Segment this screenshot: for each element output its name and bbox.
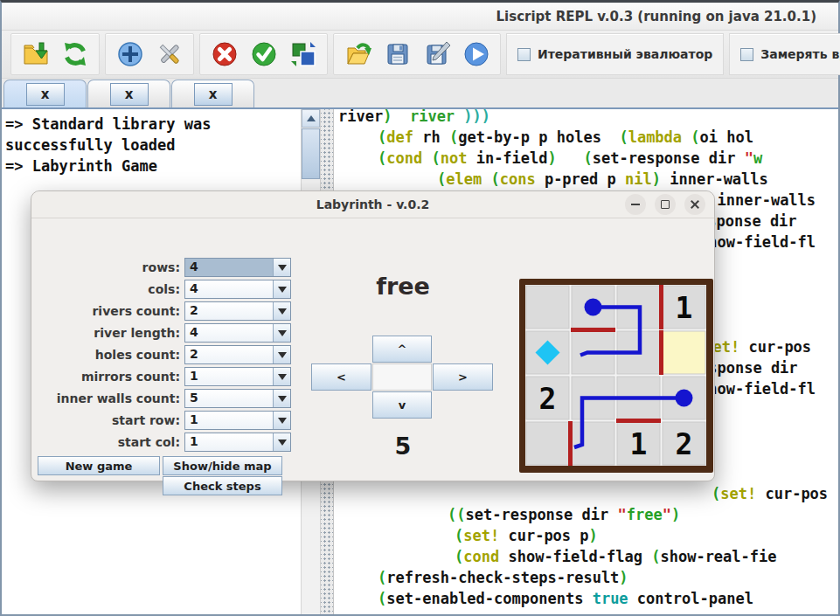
toolbar-group-edit bbox=[105, 33, 194, 75]
code-line: river) river ))) bbox=[338, 109, 838, 127]
tab-1-close-button[interactable]: x bbox=[26, 83, 65, 106]
toolbar-group-eval bbox=[199, 33, 328, 75]
tab-1[interactable]: x bbox=[3, 80, 87, 107]
dialog-title: Labyrinth - v.0.2 bbox=[316, 197, 430, 211]
swap-panels-icon bbox=[289, 40, 317, 68]
chevron-down-icon[interactable] bbox=[273, 302, 290, 320]
chevron-down-icon[interactable] bbox=[273, 390, 290, 407]
chevron-down-icon[interactable] bbox=[273, 412, 290, 429]
svg-text:2: 2 bbox=[676, 427, 693, 461]
tab-2[interactable]: x bbox=[87, 80, 170, 107]
tools-button[interactable] bbox=[149, 35, 189, 73]
move-down-button[interactable]: v bbox=[372, 391, 432, 419]
holes-count-combobox[interactable]: 2 bbox=[184, 345, 291, 364]
svg-text:2: 2 bbox=[539, 382, 557, 416]
field-label-inner-walls-count: inner walls count: bbox=[36, 389, 180, 408]
maximize-icon bbox=[661, 200, 670, 209]
steps-count-label: 5 bbox=[311, 433, 495, 460]
move-right-button[interactable]: > bbox=[433, 363, 493, 391]
swap-panels-button[interactable] bbox=[283, 35, 323, 73]
inner-walls-count-combobox[interactable]: 5 bbox=[184, 389, 291, 408]
check-steps-button[interactable]: Check steps bbox=[163, 476, 282, 495]
mirrors-count-value: 1 bbox=[185, 368, 273, 385]
load-folder-button[interactable] bbox=[16, 35, 55, 73]
field-label-rows: rows: bbox=[36, 258, 180, 277]
dialog-close-button[interactable] bbox=[684, 194, 705, 215]
toolbar: Итеративный эвалюатор Замерять вре bbox=[2, 31, 838, 79]
start-col-value: 1 bbox=[185, 433, 273, 451]
scroll-up-icon[interactable] bbox=[302, 109, 320, 128]
chevron-down-icon[interactable] bbox=[273, 259, 290, 276]
scrollbar-thumb[interactable] bbox=[302, 128, 320, 179]
ok-button[interactable] bbox=[244, 35, 283, 73]
iterative-evaluator-checkbox[interactable] bbox=[517, 48, 531, 61]
start-row-value: 1 bbox=[185, 412, 273, 429]
chevron-down-icon[interactable] bbox=[273, 368, 290, 385]
rivers-count-value: 2 bbox=[185, 302, 273, 320]
tab-3-close-button[interactable]: x bbox=[194, 83, 233, 106]
run-icon bbox=[462, 40, 490, 68]
cancel-button[interactable] bbox=[205, 35, 244, 73]
load-folder-icon bbox=[22, 40, 50, 68]
tab-3[interactable]: x bbox=[171, 80, 254, 107]
field-label-rivers-count: rivers count: bbox=[36, 301, 180, 321]
field-label-cols: cols: bbox=[36, 280, 180, 299]
dialog-minimize-button[interactable] bbox=[625, 194, 646, 215]
labyrinth-dialog: Labyrinth - v.0.2 rows:4cols:4rivers cou… bbox=[31, 190, 715, 481]
field-label-start-col: start col: bbox=[36, 433, 180, 452]
minimize-icon bbox=[631, 204, 640, 205]
add-icon bbox=[116, 40, 144, 68]
code-line: (refresh-check-steps-result) bbox=[338, 567, 838, 588]
rivers-count-combobox[interactable]: 2 bbox=[184, 301, 291, 321]
new-game-button[interactable]: New game bbox=[38, 456, 160, 475]
cancel-icon bbox=[211, 40, 239, 68]
refresh-button[interactable] bbox=[55, 35, 94, 73]
save-as-icon bbox=[423, 40, 451, 68]
run-button[interactable] bbox=[456, 35, 496, 73]
repl-output-line: successfully loaded bbox=[5, 135, 299, 156]
save-button[interactable] bbox=[378, 35, 417, 73]
dialog-maximize-button[interactable] bbox=[655, 194, 676, 215]
rows-value: 4 bbox=[185, 259, 273, 276]
rows-combobox[interactable]: 4 bbox=[184, 258, 291, 277]
inner-walls-count-value: 5 bbox=[185, 390, 273, 407]
cols-combobox[interactable]: 4 bbox=[184, 280, 291, 299]
code-line: (elem (cons p-pred p nil) inner-walls bbox=[338, 169, 838, 190]
dialog-titlebar[interactable]: Labyrinth - v.0.2 bbox=[31, 191, 714, 218]
dialog-body: rows:4cols:4rivers count:2river length:4… bbox=[31, 218, 714, 482]
move-up-button[interactable]: ^ bbox=[372, 336, 432, 363]
measure-time-checkbox-group: Замерять вре bbox=[729, 33, 840, 75]
field-label-river-length: river length: bbox=[36, 323, 180, 343]
code-line: (def rh (get-by-p p holes (lambda (oi ho… bbox=[338, 127, 838, 148]
tab-2-close-button[interactable]: x bbox=[110, 83, 149, 106]
chevron-down-icon[interactable] bbox=[273, 433, 290, 451]
river-length-combobox[interactable]: 4 bbox=[184, 323, 291, 343]
code-line: (set-enabled-components true control-pan… bbox=[338, 588, 838, 609]
iterative-evaluator-label: Итеративный эвалюатор bbox=[538, 47, 712, 61]
move-left-button[interactable]: < bbox=[311, 363, 371, 391]
save-icon bbox=[384, 40, 412, 68]
start-row-combobox[interactable]: 1 bbox=[184, 411, 291, 430]
open-folder-icon bbox=[344, 40, 372, 68]
open-folder-button[interactable] bbox=[338, 35, 378, 73]
save-as-button[interactable] bbox=[417, 35, 456, 73]
repl-output-line: => Labyrinth Game bbox=[5, 156, 299, 176]
show-hide-map-button[interactable]: Show/hide map bbox=[163, 456, 282, 475]
measure-time-checkbox[interactable] bbox=[740, 48, 753, 61]
code-line: (cond show-field-flag (show-real-fie bbox=[338, 546, 838, 567]
mirrors-count-combobox[interactable]: 1 bbox=[184, 367, 291, 386]
dialog-window-controls bbox=[625, 194, 705, 215]
dpad-center bbox=[372, 363, 432, 391]
refresh-icon bbox=[61, 40, 89, 68]
start-col-combobox[interactable]: 1 bbox=[184, 433, 291, 452]
code-line: ((set-response dir "free") bbox=[338, 504, 838, 525]
holes-count-value: 2 bbox=[185, 346, 273, 363]
tab-strip: x x x bbox=[2, 79, 838, 109]
field-label-holes-count: holes count: bbox=[36, 345, 180, 364]
chevron-down-icon[interactable] bbox=[273, 280, 290, 298]
chevron-down-icon[interactable] bbox=[273, 324, 290, 342]
window-title: Liscript REPL v.0.3 (running on java 21.… bbox=[496, 9, 816, 24]
add-button[interactable] bbox=[110, 35, 149, 73]
tools-icon bbox=[156, 40, 184, 68]
chevron-down-icon[interactable] bbox=[273, 346, 290, 363]
